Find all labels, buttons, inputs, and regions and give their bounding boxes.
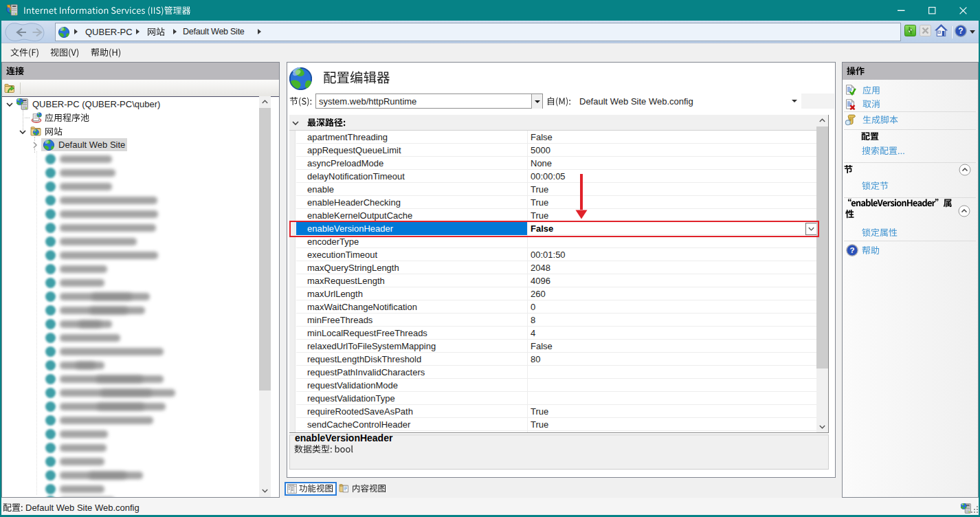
svg-text:?: ? — [958, 26, 963, 36]
svg-text:?: ? — [849, 246, 854, 254]
